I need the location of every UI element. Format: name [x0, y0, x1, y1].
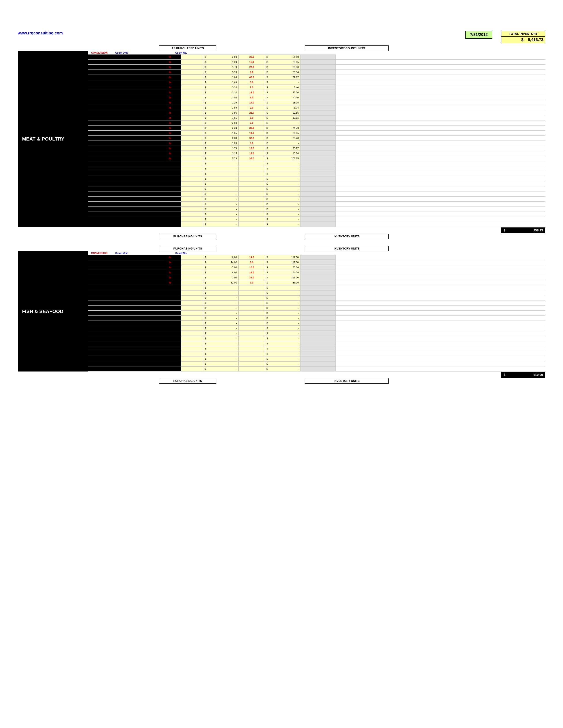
- table-row: $ - $ -: [88, 311, 545, 316]
- extra-cell: [300, 115, 336, 120]
- extra-cell: [300, 60, 336, 64]
- conversion-cell: [159, 161, 181, 166]
- fish-subheader: CONVERSION Count Unit Count No.: [88, 251, 545, 255]
- table-row: $ - $ -: [88, 316, 545, 321]
- conversion-cell: lb: [159, 65, 181, 69]
- conversion-cell: lb: [159, 136, 181, 141]
- table-row: $ - $ -: [88, 161, 545, 166]
- price-cell: $ 1.89: [203, 141, 238, 146]
- table-row: lb $ 2.50 0.0 $ -: [88, 120, 545, 126]
- item-name-cell: [88, 290, 159, 295]
- extra-cell: [300, 54, 336, 59]
- extra-cell: [300, 217, 336, 222]
- table-row: lb $ 1.15 12.0 $ 13.80: [88, 151, 545, 156]
- fish-conversion-header: CONVERSION: [88, 251, 110, 255]
- count-unit-cell: [181, 75, 203, 80]
- item-name-cell: [88, 202, 159, 206]
- table-row: lb $ 5.79 35.0 $ 202.65: [88, 156, 545, 161]
- table-row: lb $ 1.55 9.0 $ 13.95: [88, 115, 545, 120]
- item-name-cell: [88, 197, 159, 201]
- table-row: $ - $ -: [88, 212, 545, 217]
- extra-cell: [300, 306, 336, 310]
- table-row: lb $ 1.69 43.0 $ 72.67: [88, 75, 545, 80]
- price-cell: $ -: [203, 295, 238, 300]
- price-cell: $ 5.99: [203, 70, 238, 75]
- extra-cell: [300, 85, 336, 90]
- conversion-cell: [159, 166, 181, 171]
- item-name-cell: [88, 105, 159, 110]
- price-cell: $ 1.69: [203, 75, 238, 80]
- price-cell: $ -: [203, 331, 238, 336]
- total-cell: $ -: [265, 316, 300, 321]
- conversion-cell: [159, 295, 181, 300]
- count-no-cell: [238, 161, 265, 166]
- count-unit-cell: [181, 321, 203, 326]
- price-cell: $ 12.00: [203, 280, 238, 285]
- count-unit-cell: [181, 65, 203, 69]
- total-cell: $ -: [265, 171, 300, 176]
- conversion-cell: [159, 356, 181, 361]
- total-cell: $ -: [265, 176, 300, 181]
- item-name-cell: [88, 191, 159, 196]
- count-unit-cell: [181, 126, 203, 130]
- item-name-cell: [88, 270, 159, 275]
- count-unit-cell: [181, 290, 203, 295]
- table-row: lb $ 8.00 14.0 $ 112.00: [88, 255, 545, 260]
- item-name-cell: [88, 280, 159, 285]
- table-row: $ - $ -: [88, 176, 545, 181]
- count-unit-cell: [181, 341, 203, 346]
- total-cell: $ 84.00: [265, 270, 300, 275]
- total-header: [194, 52, 229, 53]
- fish-section-total: $ 610.00: [501, 372, 545, 378]
- fish-seafood-section: PURCHASING UNITS INVENTORY UNITS FISH & …: [4, 246, 559, 384]
- conversion-cell: [159, 222, 181, 227]
- count-no-cell: [238, 285, 265, 290]
- total-inventory-box: TOTAL INVENTORY $ 9,416.73: [501, 31, 545, 43]
- total-cell: $ 196.00: [265, 275, 300, 280]
- conversion-cell: [159, 351, 181, 356]
- price-cell: $ -: [203, 290, 238, 295]
- count-unit-cell: [181, 326, 203, 331]
- count-unit-cell: [181, 186, 203, 191]
- extra-cell: [300, 70, 336, 75]
- count-no-cell: 0.0: [238, 120, 265, 125]
- website-link[interactable]: www.rrgconsulting.com: [18, 31, 63, 35]
- total-cell: $ 112.00: [265, 255, 300, 260]
- count-no-header: Count No.: [168, 51, 194, 54]
- total-cell: $ -: [265, 197, 300, 201]
- conversion-cell: [159, 212, 181, 217]
- total-cell: $ -: [265, 341, 300, 346]
- item-name-cell: [88, 136, 159, 141]
- date-box: 7/31/2012: [465, 31, 492, 39]
- extra-cell: [300, 260, 336, 265]
- count-unit-cell: [181, 151, 203, 156]
- conversion-cell: lb: [159, 131, 181, 135]
- count-no-cell: [238, 191, 265, 196]
- count-no-cell: 13.0: [238, 146, 265, 151]
- total-cell: $ -: [265, 285, 300, 290]
- count-unit-cell: [181, 156, 203, 161]
- count-no-cell: [238, 212, 265, 217]
- conversion-cell: lb: [159, 70, 181, 75]
- total-cell: $ 28.48: [265, 136, 300, 141]
- count-no-cell: 9.0: [238, 115, 265, 120]
- conversion-cell: lb: [159, 120, 181, 125]
- price-cell: $ -: [203, 207, 238, 212]
- count-no-cell: 12.0: [238, 151, 265, 156]
- item-name-cell: [88, 95, 159, 100]
- count-no-cell: [238, 197, 265, 201]
- conversion-cell: [159, 346, 181, 351]
- table-row: $ - $ -: [88, 366, 545, 372]
- extra-cell: [300, 156, 336, 161]
- price-cell: $ 8.00: [203, 255, 238, 260]
- extra-cell: [300, 171, 336, 176]
- price-cell: $ 0.89: [203, 136, 238, 141]
- total-cell: $ -: [265, 212, 300, 217]
- count-no-cell: 10.0: [238, 265, 265, 270]
- extra-cell: [300, 166, 336, 171]
- price-cell: $ 3.20: [203, 85, 238, 90]
- conversion-cell: lb: [159, 75, 181, 80]
- table-row: lb $ 1.79 13.0 $ 23.27: [88, 146, 545, 151]
- total-cell: $ -: [265, 217, 300, 222]
- conversion-cell: lb: [159, 54, 181, 59]
